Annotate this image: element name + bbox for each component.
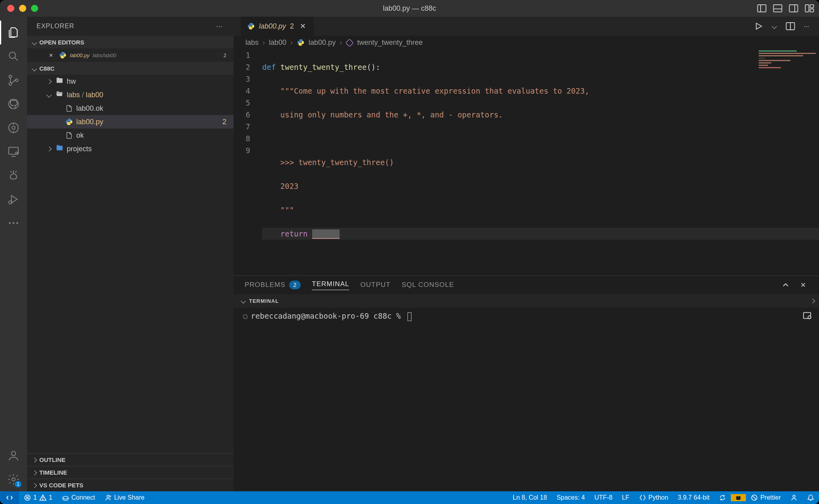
error-underline: ______	[312, 229, 340, 239]
status-problems[interactable]: 1 1	[19, 491, 57, 504]
panel-close-icon[interactable]: ✕	[798, 280, 808, 290]
code-editor[interactable]: 123456789 def twenty_twenty_three(): """…	[234, 49, 819, 275]
file-icon	[65, 104, 73, 112]
svg-point-22	[9, 222, 11, 224]
file-lab00-py[interactable]: lab00.py 2	[27, 115, 234, 129]
activity-source-control-icon[interactable]	[0, 68, 27, 92]
terminal-config-icon[interactable]	[802, 311, 812, 320]
breadcrumbs[interactable]: labs › lab00 › lab00.py › twenty_twenty_…	[234, 36, 819, 49]
workspace-label: C88C	[39, 65, 54, 72]
activity-more-icon[interactable]	[0, 211, 27, 235]
activity-search-icon[interactable]	[0, 44, 27, 68]
chevron-down-icon	[33, 65, 37, 72]
folder-projects[interactable]: projects	[27, 142, 234, 156]
tab-lab00-py[interactable]: lab00.py 2 ✕	[241, 17, 314, 36]
svg-marker-27	[756, 23, 762, 29]
terminal-content[interactable]: ○rebeccadang@macbook-pro-69 c88c %	[234, 308, 819, 491]
tab-label: lab00.py	[259, 22, 286, 31]
section-open-editors[interactable]: OPEN EDITORS	[27, 36, 234, 48]
panel-tab-sql[interactable]: SQL CONSOLE	[402, 281, 454, 289]
svg-point-12	[9, 83, 12, 85]
run-dropdown-icon[interactable]	[770, 21, 779, 31]
status-connect[interactable]: Connect	[57, 491, 100, 504]
status-live-share[interactable]: Live Share	[100, 491, 149, 504]
status-interpreter[interactable]: 3.9.7 64-bit	[673, 494, 714, 501]
status-copilot[interactable]	[731, 494, 746, 501]
panel-tab-output[interactable]: OUTPUT	[360, 281, 390, 289]
svg-point-24	[16, 222, 18, 224]
svg-point-38	[63, 496, 68, 499]
crumb-labs[interactable]: labs	[245, 38, 259, 47]
activity-run-debug-icon[interactable]	[0, 187, 27, 211]
activity-explorer-icon[interactable]	[0, 21, 27, 44]
tab-close-icon[interactable]: ✕	[298, 21, 307, 31]
svg-point-26	[12, 478, 15, 481]
panel-tab-problems[interactable]: PROBLEMS 2	[245, 281, 301, 289]
activity-gitlens-icon[interactable]	[0, 116, 27, 140]
close-editor-icon[interactable]: ✕	[46, 50, 56, 60]
activity-bar: 1	[0, 17, 27, 491]
customize-layout-icon[interactable]	[805, 4, 814, 13]
toggle-panel-icon[interactable]	[773, 4, 782, 13]
status-encoding[interactable]: UTF-8	[590, 494, 617, 501]
open-editor-lab00[interactable]: ✕ lab00.py labs/lab00 2	[27, 48, 234, 62]
folder-icon	[56, 144, 64, 154]
svg-rect-0	[758, 5, 766, 12]
window-maximize-button[interactable]	[31, 5, 38, 12]
toggle-primary-sidebar-icon[interactable]	[757, 4, 767, 13]
editor-area: lab00.py 2 ✕ ⋯ labs › lab00 › lab00.py	[234, 17, 819, 491]
status-ln-col[interactable]: Ln 8, Col 18	[508, 494, 552, 501]
folder-label: hw	[67, 77, 76, 86]
section-pets[interactable]: VS CODE PETS	[27, 479, 234, 491]
folder-hw[interactable]: hw	[27, 75, 234, 88]
chevron-right-icon	[33, 482, 37, 489]
crumb-symbol[interactable]: twenty_twenty_three	[357, 38, 423, 47]
panel-maximize-icon[interactable]	[781, 280, 790, 290]
status-indent[interactable]: Spaces: 4	[552, 494, 589, 501]
activity-pets-icon[interactable]	[0, 164, 27, 187]
outline-label: OUTLINE	[39, 456, 66, 463]
status-feedback-icon[interactable]	[786, 494, 802, 501]
svg-rect-42	[736, 498, 741, 500]
chevron-right-icon[interactable]	[811, 298, 815, 304]
activity-settings-icon[interactable]: 1	[0, 467, 27, 491]
folder-labs[interactable]: labs / lab00	[27, 88, 234, 102]
svg-marker-20	[12, 196, 17, 203]
tab-problems-count: 2	[290, 22, 294, 31]
file-label: lab00.ok	[76, 104, 103, 113]
svg-line-10	[15, 58, 17, 60]
editor-more-icon[interactable]: ⋯	[802, 21, 811, 31]
status-remote-button[interactable]	[0, 491, 19, 504]
code-content[interactable]: def twenty_twenty_three(): """Come up wi…	[257, 49, 819, 275]
problems-count-badge: 2	[289, 281, 301, 289]
terminal-title-bar[interactable]: TERMINAL	[234, 294, 819, 308]
activity-github-icon[interactable]	[0, 92, 27, 116]
status-notifications-icon[interactable]	[802, 494, 819, 501]
window-minimize-button[interactable]	[19, 5, 26, 12]
toggle-secondary-sidebar-icon[interactable]	[789, 4, 798, 13]
sidebar-more-icon[interactable]: ⋯	[214, 21, 224, 31]
section-timeline[interactable]: TIMELINE	[27, 466, 234, 479]
file-lab00-ok[interactable]: lab00.ok	[27, 102, 234, 115]
svg-rect-6	[805, 5, 809, 12]
svg-rect-4	[790, 5, 798, 12]
status-eol[interactable]: LF	[617, 494, 634, 501]
panel-tab-terminal-label: TERMINAL	[312, 280, 349, 288]
activity-account-icon[interactable]	[0, 444, 27, 467]
activity-remote-explorer-icon[interactable]	[0, 140, 27, 164]
panel-tab-terminal[interactable]: TERMINAL	[312, 280, 349, 290]
status-prettier[interactable]: Prettier	[746, 494, 786, 501]
crumb-lab00[interactable]: lab00	[269, 38, 286, 47]
split-editor-icon[interactable]	[786, 21, 795, 31]
window-close-button[interactable]	[7, 5, 14, 12]
section-outline[interactable]: OUTLINE	[27, 453, 234, 466]
crumb-file[interactable]: lab00.py	[309, 38, 336, 47]
run-file-icon[interactable]	[754, 21, 763, 31]
status-language[interactable]: Python	[634, 494, 673, 501]
symbol-function-icon	[346, 38, 353, 47]
file-ok[interactable]: ok	[27, 129, 234, 142]
folder-label: projects	[67, 145, 92, 153]
svg-point-9	[9, 52, 15, 58]
status-sync-icon[interactable]	[714, 494, 731, 501]
section-workspace[interactable]: C88C	[27, 62, 234, 75]
